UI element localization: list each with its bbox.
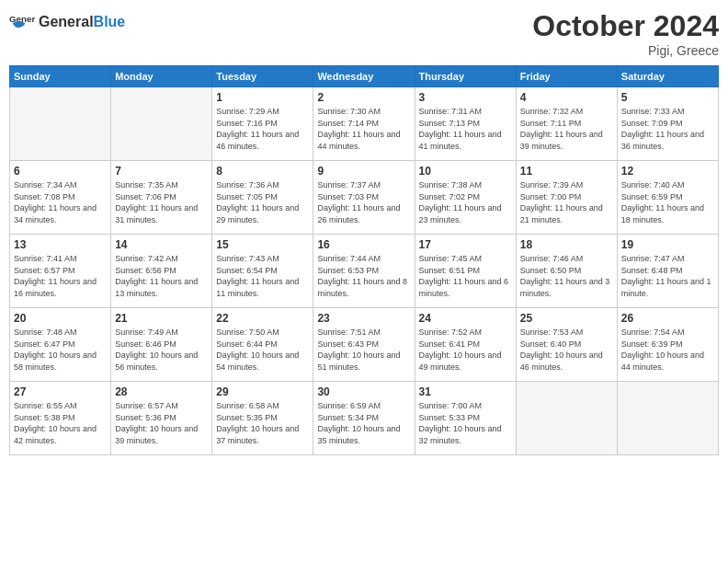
calendar-cell: 2Sunrise: 7:30 AM Sunset: 7:14 PM Daylig… (313, 87, 415, 161)
calendar-cell: 25Sunrise: 7:53 AM Sunset: 6:40 PM Dayli… (516, 308, 617, 382)
day-info: Sunrise: 7:43 AM Sunset: 6:54 PM Dayligh… (216, 253, 309, 299)
calendar-cell: 14Sunrise: 7:42 AM Sunset: 6:56 PM Dayli… (111, 235, 212, 308)
weekday-header-thursday: Thursday (415, 66, 516, 87)
calendar-cell: 7Sunrise: 7:35 AM Sunset: 7:06 PM Daylig… (111, 161, 212, 235)
day-info: Sunrise: 7:37 AM Sunset: 7:03 PM Dayligh… (317, 179, 410, 225)
day-number: 25 (520, 312, 613, 325)
calendar-cell: 11Sunrise: 7:39 AM Sunset: 7:00 PM Dayli… (516, 161, 617, 235)
calendar-cell: 3Sunrise: 7:31 AM Sunset: 7:13 PM Daylig… (415, 87, 516, 161)
day-number: 8 (216, 165, 309, 178)
day-info: Sunrise: 7:45 AM Sunset: 6:51 PM Dayligh… (419, 253, 512, 299)
calendar-cell: 31Sunrise: 7:00 AM Sunset: 5:33 PM Dayli… (415, 382, 516, 455)
day-number: 27 (14, 385, 107, 398)
day-number: 3 (419, 91, 512, 104)
calendar-cell (111, 87, 212, 161)
calendar-cell (516, 382, 617, 455)
calendar-cell: 1Sunrise: 7:29 AM Sunset: 7:16 PM Daylig… (212, 87, 313, 161)
calendar-cell: 5Sunrise: 7:33 AM Sunset: 7:09 PM Daylig… (617, 87, 718, 161)
page-header: General GeneralBlue October 2024 Pigi, G… (9, 9, 719, 58)
day-number: 28 (115, 385, 208, 398)
calendar-cell: 27Sunrise: 6:55 AM Sunset: 5:38 PM Dayli… (10, 382, 111, 455)
calendar-cell: 12Sunrise: 7:40 AM Sunset: 6:59 PM Dayli… (617, 161, 718, 235)
day-number: 1 (216, 91, 309, 104)
day-info: Sunrise: 7:52 AM Sunset: 6:41 PM Dayligh… (419, 327, 512, 373)
calendar-cell: 18Sunrise: 7:46 AM Sunset: 6:50 PM Dayli… (516, 235, 617, 308)
weekday-header-tuesday: Tuesday (212, 66, 313, 87)
calendar-cell (617, 382, 718, 455)
calendar-cell: 24Sunrise: 7:52 AM Sunset: 6:41 PM Dayli… (415, 308, 516, 382)
day-info: Sunrise: 7:39 AM Sunset: 7:00 PM Dayligh… (520, 179, 613, 225)
day-number: 19 (621, 238, 714, 251)
day-info: Sunrise: 7:34 AM Sunset: 7:08 PM Dayligh… (14, 179, 107, 225)
calendar-cell: 17Sunrise: 7:45 AM Sunset: 6:51 PM Dayli… (415, 235, 516, 308)
day-number: 23 (317, 312, 410, 325)
day-info: Sunrise: 7:47 AM Sunset: 6:48 PM Dayligh… (621, 253, 714, 299)
day-info: Sunrise: 7:40 AM Sunset: 6:59 PM Dayligh… (621, 179, 714, 225)
calendar-cell: 4Sunrise: 7:32 AM Sunset: 7:11 PM Daylig… (516, 87, 617, 161)
calendar-cell: 10Sunrise: 7:38 AM Sunset: 7:02 PM Dayli… (415, 161, 516, 235)
calendar-week-5: 27Sunrise: 6:55 AM Sunset: 5:38 PM Dayli… (10, 382, 719, 455)
day-info: Sunrise: 7:44 AM Sunset: 6:53 PM Dayligh… (317, 253, 410, 299)
calendar-cell: 21Sunrise: 7:49 AM Sunset: 6:46 PM Dayli… (111, 308, 212, 382)
day-number: 16 (317, 238, 410, 251)
day-info: Sunrise: 7:00 AM Sunset: 5:33 PM Dayligh… (419, 400, 512, 446)
day-number: 30 (317, 385, 410, 398)
day-info: Sunrise: 7:33 AM Sunset: 7:09 PM Dayligh… (621, 106, 714, 152)
day-number: 6 (14, 165, 107, 178)
day-number: 11 (520, 165, 613, 178)
day-info: Sunrise: 6:58 AM Sunset: 5:35 PM Dayligh… (216, 400, 309, 446)
weekday-header-monday: Monday (111, 66, 212, 87)
day-number: 2 (317, 91, 410, 104)
day-number: 22 (216, 312, 309, 325)
calendar-cell: 13Sunrise: 7:41 AM Sunset: 6:57 PM Dayli… (10, 235, 111, 308)
location-subtitle: Pigi, Greece (532, 43, 719, 58)
title-block: October 2024 Pigi, Greece (532, 9, 719, 58)
day-number: 5 (621, 91, 714, 104)
weekday-header-friday: Friday (516, 66, 617, 87)
calendar-body: 1Sunrise: 7:29 AM Sunset: 7:16 PM Daylig… (10, 87, 719, 455)
day-info: Sunrise: 7:49 AM Sunset: 6:46 PM Dayligh… (115, 327, 208, 373)
day-number: 17 (419, 238, 512, 251)
calendar-cell: 8Sunrise: 7:36 AM Sunset: 7:05 PM Daylig… (212, 161, 313, 235)
day-number: 18 (520, 238, 613, 251)
calendar-cell: 20Sunrise: 7:48 AM Sunset: 6:47 PM Dayli… (10, 308, 111, 382)
day-info: Sunrise: 7:50 AM Sunset: 6:44 PM Dayligh… (216, 327, 309, 373)
calendar-cell: 26Sunrise: 7:54 AM Sunset: 6:39 PM Dayli… (617, 308, 718, 382)
calendar-cell: 16Sunrise: 7:44 AM Sunset: 6:53 PM Dayli… (313, 235, 415, 308)
logo: General GeneralBlue (9, 9, 125, 35)
calendar-cell: 6Sunrise: 7:34 AM Sunset: 7:08 PM Daylig… (10, 161, 111, 235)
calendar-week-1: 1Sunrise: 7:29 AM Sunset: 7:16 PM Daylig… (10, 87, 719, 161)
day-number: 15 (216, 238, 309, 251)
day-number: 12 (621, 165, 714, 178)
calendar-cell: 29Sunrise: 6:58 AM Sunset: 5:35 PM Dayli… (212, 382, 313, 455)
day-number: 21 (115, 312, 208, 325)
day-info: Sunrise: 7:46 AM Sunset: 6:50 PM Dayligh… (520, 253, 613, 299)
day-info: Sunrise: 7:32 AM Sunset: 7:11 PM Dayligh… (520, 106, 613, 152)
calendar-header-row: SundayMondayTuesdayWednesdayThursdayFrid… (10, 66, 719, 87)
month-title: October 2024 (532, 9, 719, 43)
calendar-cell: 30Sunrise: 6:59 AM Sunset: 5:34 PM Dayli… (313, 382, 415, 455)
calendar-cell: 22Sunrise: 7:50 AM Sunset: 6:44 PM Dayli… (212, 308, 313, 382)
calendar-cell: 23Sunrise: 7:51 AM Sunset: 6:43 PM Dayli… (313, 308, 415, 382)
day-info: Sunrise: 7:35 AM Sunset: 7:06 PM Dayligh… (115, 179, 208, 225)
weekday-header-wednesday: Wednesday (313, 66, 415, 87)
day-number: 13 (14, 238, 107, 251)
day-info: Sunrise: 6:57 AM Sunset: 5:36 PM Dayligh… (115, 400, 208, 446)
day-number: 20 (14, 312, 107, 325)
day-info: Sunrise: 7:48 AM Sunset: 6:47 PM Dayligh… (14, 327, 107, 373)
weekday-header-saturday: Saturday (617, 66, 718, 87)
calendar-cell: 9Sunrise: 7:37 AM Sunset: 7:03 PM Daylig… (313, 161, 415, 235)
day-info: Sunrise: 7:42 AM Sunset: 6:56 PM Dayligh… (115, 253, 208, 299)
day-info: Sunrise: 7:38 AM Sunset: 7:02 PM Dayligh… (419, 179, 512, 225)
logo-text: GeneralBlue (39, 14, 125, 30)
calendar-week-4: 20Sunrise: 7:48 AM Sunset: 6:47 PM Dayli… (10, 308, 719, 382)
calendar-cell (10, 87, 111, 161)
day-number: 9 (317, 165, 410, 178)
day-info: Sunrise: 7:29 AM Sunset: 7:16 PM Dayligh… (216, 106, 309, 152)
day-number: 24 (419, 312, 512, 325)
calendar-cell: 19Sunrise: 7:47 AM Sunset: 6:48 PM Dayli… (617, 235, 718, 308)
day-info: Sunrise: 7:53 AM Sunset: 6:40 PM Dayligh… (520, 327, 613, 373)
day-info: Sunrise: 7:31 AM Sunset: 7:13 PM Dayligh… (419, 106, 512, 152)
day-info: Sunrise: 6:55 AM Sunset: 5:38 PM Dayligh… (14, 400, 107, 446)
day-info: Sunrise: 7:30 AM Sunset: 7:14 PM Dayligh… (317, 106, 410, 152)
